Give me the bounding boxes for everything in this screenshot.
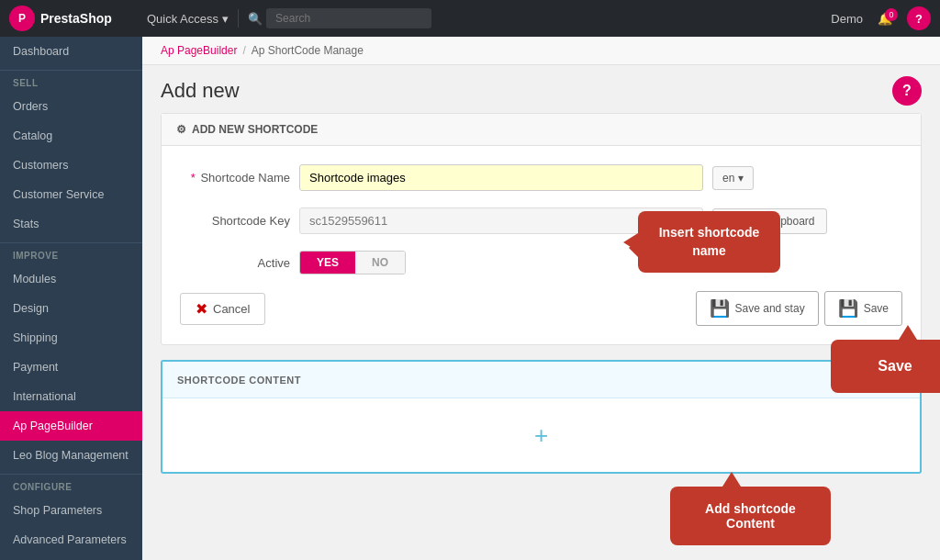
shortcode-content-header: SHORTCODE CONTENT ⚙ bbox=[162, 362, 920, 398]
shortcode-key-label: Shortcode Key bbox=[180, 214, 290, 228]
sidebar-item-international[interactable]: International bbox=[0, 382, 142, 411]
brand-name: PrestaShop bbox=[40, 11, 112, 26]
add-content-button[interactable]: + bbox=[534, 421, 548, 450]
content-area: Ap PageBuilder / Ap ShortCode Manage Add… bbox=[142, 37, 940, 560]
sidebar-item-leo-blog[interactable]: Leo Blog Management bbox=[0, 441, 142, 470]
sidebar-item-shop-parameters[interactable]: Shop Parameters bbox=[0, 496, 142, 525]
card-header-icon: ⚙ bbox=[176, 123, 186, 136]
cancel-label: Cancel bbox=[213, 302, 250, 316]
logo-area: P PrestaShop bbox=[9, 6, 138, 31]
save-icon: 💾 bbox=[838, 298, 858, 319]
breadcrumb: Ap PageBuilder / Ap ShortCode Manage bbox=[142, 37, 940, 65]
save-button-group: 💾 Save and stay 💾 Save bbox=[696, 291, 902, 326]
page-header: Add new ? bbox=[142, 65, 940, 113]
notif-badge: 0 bbox=[885, 8, 898, 21]
help-button[interactable]: ? bbox=[907, 6, 931, 30]
shortcode-key-value: sc1529559611 bbox=[299, 207, 703, 234]
sidebar-item-design[interactable]: Design bbox=[0, 294, 142, 323]
topbar: P PrestaShop Quick Access ▾ 🔍 Demo 🔔 0 ? bbox=[0, 0, 940, 37]
sidebar-section-improve: IMPROVE bbox=[0, 242, 142, 264]
notification-bell[interactable]: 🔔 0 bbox=[878, 12, 892, 26]
sidebar: Dashboard SELL Orders Catalog Customers … bbox=[0, 37, 142, 560]
copy-to-clipboard-button[interactable]: Copy To Clipboard bbox=[712, 208, 827, 234]
cancel-icon: ✖ bbox=[196, 300, 207, 318]
sidebar-item-customers[interactable]: Customers bbox=[0, 151, 142, 180]
required-star: * bbox=[191, 171, 196, 185]
content-wrapper: Ap PageBuilder / Ap ShortCode Manage Add… bbox=[142, 37, 940, 474]
toggle-no-button[interactable]: NO bbox=[355, 252, 405, 274]
shortcode-name-group: * Shortcode Name en ▾ bbox=[180, 164, 902, 191]
card-header-label: ADD NEW SHORTCODE bbox=[192, 123, 318, 136]
search-input[interactable] bbox=[266, 8, 431, 28]
page-help-button[interactable]: ? bbox=[892, 76, 922, 106]
sidebar-item-advanced-parameters[interactable]: Advanced Parameters bbox=[0, 525, 142, 554]
callout-add-content: Add shortcodeContent bbox=[670, 487, 831, 545]
toggle-group: YES NO bbox=[299, 251, 406, 274]
breadcrumb-current: Ap ShortCode Manage bbox=[252, 44, 364, 57]
sidebar-item-modules[interactable]: Modules bbox=[0, 264, 142, 294]
card-body: * Shortcode Name en ▾ Shortcode Key sc15… bbox=[162, 146, 921, 344]
breadcrumb-separator: / bbox=[242, 44, 245, 57]
cancel-button[interactable]: ✖ Cancel bbox=[180, 293, 265, 325]
action-bar: ✖ Cancel 💾 Save and stay 💾 Save bbox=[180, 291, 902, 326]
hamburger-icon[interactable]: ≡ bbox=[0, 554, 142, 560]
active-group: Active YES NO bbox=[180, 251, 902, 274]
shortcode-name-label-text: Shortcode Name bbox=[200, 171, 290, 185]
shortcode-name-label: * Shortcode Name bbox=[180, 171, 290, 185]
save-label: Save bbox=[864, 302, 889, 315]
sidebar-section-configure: CONFIGURE bbox=[0, 474, 142, 496]
shortcode-key-group: Shortcode Key sc1529559611 Copy To Clipb… bbox=[180, 207, 902, 234]
save-button[interactable]: 💾 Save bbox=[824, 291, 902, 326]
sidebar-item-customer-service[interactable]: Customer Service bbox=[0, 180, 142, 209]
nav-divider bbox=[238, 9, 239, 28]
shortcode-name-input[interactable] bbox=[299, 164, 703, 191]
card-header: ⚙ ADD NEW SHORTCODE bbox=[162, 114, 921, 146]
sidebar-item-orders[interactable]: Orders bbox=[0, 92, 142, 121]
demo-link[interactable]: Demo bbox=[831, 12, 863, 26]
sidebar-item-dashboard[interactable]: Dashboard bbox=[0, 37, 142, 66]
sidebar-item-payment[interactable]: Payment bbox=[0, 353, 142, 382]
shortcode-content-card: SHORTCODE CONTENT ⚙ + bbox=[161, 360, 922, 474]
callout-save-text: Save bbox=[878, 358, 912, 374]
active-label: Active bbox=[180, 256, 290, 270]
sidebar-item-shipping[interactable]: Shipping bbox=[0, 323, 142, 353]
quick-access-link[interactable]: Quick Access bbox=[147, 12, 218, 26]
callout-add-content-arrow bbox=[722, 472, 741, 487]
breadcrumb-parent[interactable]: Ap PageBuilder bbox=[161, 44, 237, 57]
shortcode-content-body: + bbox=[162, 398, 920, 472]
sidebar-item-catalog[interactable]: Catalog bbox=[0, 121, 142, 151]
quick-access-arrow: ▾ bbox=[222, 12, 229, 26]
callout-save-arrow bbox=[899, 325, 917, 340]
logo-icon: P bbox=[9, 6, 35, 31]
search-icon: 🔍 bbox=[248, 12, 263, 26]
toggle-yes-button[interactable]: YES bbox=[300, 252, 355, 274]
page-title: Add new bbox=[161, 79, 240, 103]
shortcode-form-card: ⚙ ADD NEW SHORTCODE * Shortcode Name en … bbox=[161, 113, 922, 345]
topbar-nav: Quick Access ▾ bbox=[147, 12, 229, 26]
topbar-right: Demo 🔔 0 ? bbox=[831, 6, 931, 30]
lang-button[interactable]: en ▾ bbox=[712, 166, 754, 190]
save-stay-label: Save and stay bbox=[735, 302, 805, 315]
save-stay-icon: 💾 bbox=[710, 298, 730, 319]
sidebar-section-sell: SELL bbox=[0, 70, 142, 92]
callout-add-content-text: Add shortcodeContent bbox=[705, 501, 796, 531]
callout-save: Save bbox=[831, 340, 940, 393]
sidebar-item-stats[interactable]: Stats bbox=[0, 209, 142, 239]
save-and-stay-button[interactable]: 💾 Save and stay bbox=[696, 291, 819, 326]
shortcode-content-label: SHORTCODE CONTENT bbox=[177, 375, 301, 386]
search-area: 🔍 bbox=[248, 8, 431, 28]
main-layout: Dashboard SELL Orders Catalog Customers … bbox=[0, 37, 940, 560]
sidebar-item-ap-pagebuilder[interactable]: Ap PageBuilder bbox=[0, 411, 142, 441]
